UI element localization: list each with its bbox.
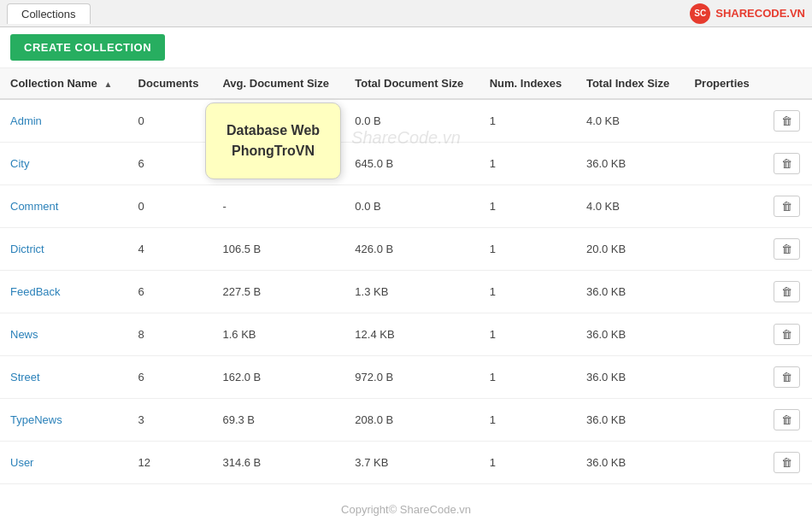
cell-documents: 6 — [128, 271, 213, 313]
cell-total-index-size: 4.0 KB — [576, 185, 685, 228]
collection-name-link[interactable]: Comment — [10, 200, 58, 213]
delete-button[interactable]: 🗑 — [774, 324, 800, 345]
cell-num-indexes: 1 — [480, 356, 576, 399]
collection-name-link[interactable]: User — [10, 456, 33, 469]
cell-avg-doc-size: 1.6 KB — [212, 313, 344, 356]
cell-total-doc-size: 972.0 B — [344, 356, 479, 399]
cell-delete: 🗑 — [763, 143, 812, 185]
collection-name-link[interactable]: News — [10, 328, 38, 341]
logo: SC SHARECODE.VN — [690, 3, 805, 24]
delete-button[interactable]: 🗑 — [774, 366, 800, 388]
cell-properties — [684, 185, 762, 228]
cell-properties — [684, 99, 762, 143]
cell-total-index-size: 36.0 KB — [576, 442, 685, 484]
sort-arrow-name: ▲ — [103, 79, 112, 89]
table-row: FeedBack6227.5 B1.3 KB136.0 KB🗑 — [0, 271, 812, 313]
delete-button[interactable]: 🗑 — [774, 452, 800, 473]
delete-button[interactable]: 🗑 — [774, 409, 800, 430]
cell-total-doc-size: 12.4 KB — [344, 313, 479, 356]
table-row: Admin00.0 B14.0 KB🗑 — [0, 99, 812, 143]
toolbar: CREATE COLLECTION — [0, 27, 812, 68]
cell-delete: 🗑 — [763, 356, 812, 399]
cell-properties — [684, 228, 762, 271]
cell-num-indexes: 1 — [480, 143, 576, 185]
collections-table-container: Collection Name ▲ Documents Avg. Documen… — [0, 68, 812, 521]
cell-avg-doc-size: - — [212, 185, 344, 228]
cell-properties — [684, 313, 762, 356]
table-row: TypeNews369.3 B208.0 B136.0 KB🗑 — [0, 399, 812, 442]
logo-icon: SC — [690, 3, 710, 24]
collections-tab[interactable]: Collections — [7, 3, 91, 24]
delete-button[interactable]: 🗑 — [774, 196, 800, 217]
cell-avg-doc-size: 314.6 B — [212, 442, 344, 484]
delete-button[interactable]: 🗑 — [774, 281, 800, 302]
cell-documents: 0 — [128, 185, 213, 228]
cell-documents: 12 — [128, 442, 213, 484]
collection-name-link[interactable]: FeedBack — [10, 285, 61, 298]
tooltip-line1: Database Web — [227, 123, 320, 138]
table-row: News81.6 KB12.4 KB136.0 KB🗑 — [0, 313, 812, 356]
cell-total-doc-size: 0.0 B — [344, 99, 479, 143]
cell-total-doc-size: 645.0 B — [344, 143, 479, 185]
col-header-avg-doc-size: Avg. Document Size — [212, 68, 344, 99]
collection-name-link[interactable]: City — [10, 157, 29, 170]
cell-collection-name: FeedBack — [0, 271, 128, 313]
cell-num-indexes: 1 — [480, 399, 576, 442]
delete-button[interactable]: 🗑 — [774, 238, 800, 260]
cell-properties — [684, 399, 762, 442]
collection-name-link[interactable]: TypeNews — [10, 413, 62, 426]
collections-table: Collection Name ▲ Documents Avg. Documen… — [0, 68, 812, 484]
cell-collection-name: News — [0, 313, 128, 356]
delete-button[interactable]: 🗑 — [774, 110, 800, 132]
cell-documents: 0 — [128, 99, 213, 143]
cell-documents: 8 — [128, 313, 213, 356]
table-header-row: Collection Name ▲ Documents Avg. Documen… — [0, 68, 812, 99]
table-row: Dictrict4106.5 B426.0 B120.0 KB🗑 — [0, 228, 812, 271]
cell-total-index-size: 36.0 KB — [576, 143, 685, 185]
collection-name-link[interactable]: Admin — [10, 114, 42, 127]
cell-properties — [684, 271, 762, 313]
cell-total-doc-size: 0.0 B — [344, 185, 479, 228]
cell-delete: 🗑 — [763, 399, 812, 442]
cell-total-index-size: 20.0 KB — [576, 228, 685, 271]
col-header-actions — [763, 68, 812, 99]
logo-text: SHARECODE.VN — [715, 7, 805, 20]
col-header-properties: Properties — [684, 68, 762, 99]
cell-total-index-size: 36.0 KB — [576, 313, 685, 356]
create-collection-button[interactable]: CREATE COLLECTION — [10, 34, 165, 61]
cell-avg-doc-size: 227.5 B — [212, 271, 344, 313]
cell-total-index-size: 36.0 KB — [576, 356, 685, 399]
cell-collection-name: Street — [0, 356, 128, 399]
cell-collection-name: Admin — [0, 99, 128, 143]
cell-total-index-size: 36.0 KB — [576, 271, 685, 313]
cell-properties — [684, 356, 762, 399]
cell-delete: 🗑 — [763, 271, 812, 313]
collection-name-link[interactable]: Dictrict — [10, 243, 44, 255]
cell-total-doc-size: 426.0 B — [344, 228, 479, 271]
cell-delete: 🗑 — [763, 228, 812, 271]
cell-delete: 🗑 — [763, 442, 812, 484]
cell-collection-name: Dictrict — [0, 228, 128, 271]
cell-collection-name: TypeNews — [0, 399, 128, 442]
cell-total-doc-size: 208.0 B — [344, 399, 479, 442]
table-row: City6645.0 B136.0 KB🗑 — [0, 143, 812, 185]
table-row: Comment0-0.0 B14.0 KB🗑 — [0, 185, 812, 228]
delete-button[interactable]: 🗑 — [774, 153, 800, 174]
cell-documents: 6 — [128, 356, 213, 399]
cell-collection-name: User — [0, 442, 128, 484]
cell-num-indexes: 1 — [480, 185, 576, 228]
cell-documents: 3 — [128, 399, 213, 442]
cell-avg-doc-size: 106.5 B — [212, 228, 344, 271]
cell-total-index-size: 36.0 KB — [576, 399, 685, 442]
cell-documents: 4 — [128, 228, 213, 271]
col-header-name[interactable]: Collection Name ▲ — [0, 68, 128, 99]
col-header-total-index-size: Total Index Size — [576, 68, 685, 99]
tooltip-overlay: Database Web PhongTroVN — [205, 102, 341, 179]
cell-avg-doc-size: 69.3 B — [212, 399, 344, 442]
table-row: User12314.6 B3.7 KB136.0 KB🗑 — [0, 442, 812, 484]
cell-delete: 🗑 — [763, 185, 812, 228]
collection-name-link[interactable]: Street — [10, 371, 40, 383]
cell-total-index-size: 4.0 KB — [576, 99, 685, 143]
col-header-total-doc-size: Total Document Size — [344, 68, 479, 99]
cell-properties — [684, 442, 762, 484]
